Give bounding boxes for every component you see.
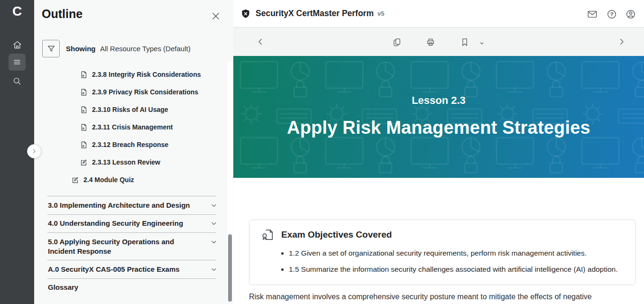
filter-value: All Resource Types (Default) — [100, 45, 191, 53]
outline-scrollbar-thumb[interactable] — [228, 234, 232, 302]
document-icon — [80, 123, 88, 131]
chevron-left-icon — [256, 37, 265, 46]
lesson-number: Lesson 2.3 — [233, 94, 644, 107]
mail-icon — [587, 9, 598, 19]
outline-item[interactable]: 2.3.10 Risks of AI Usage — [80, 104, 168, 115]
outline-item[interactable]: 2.3.12 Breach Response — [80, 139, 168, 150]
mail-button[interactable] — [587, 9, 598, 19]
app-version-badge: v5 — [377, 10, 384, 17]
panel-expand-button[interactable] — [27, 144, 41, 158]
svg-text:?: ? — [610, 11, 614, 17]
bookmark-icon — [460, 37, 469, 47]
chevron-down-icon — [210, 220, 218, 227]
outline-title: Outline — [42, 7, 83, 21]
lesson-paragraph: Risk management involves a comprehensive… — [249, 291, 635, 303]
print-button[interactable] — [426, 37, 435, 47]
outline-section-glossary[interactable]: Glossary — [48, 283, 218, 292]
filter-funnel-icon — [47, 45, 55, 53]
outline-item-label: 2.3.12 Breach Response — [92, 141, 168, 148]
outline-item-label: 2.3.10 Risks of AI Usage — [92, 106, 168, 113]
account-icon — [626, 9, 636, 19]
divider — [47, 232, 216, 233]
outline-section-4[interactable]: 4.0 Understanding Security Engineering — [48, 219, 218, 228]
lesson-banner: Lesson 2.3 Apply Risk Management Strateg… — [233, 56, 644, 178]
outline-section-label: 3.0 Implementing Architecture and Design — [48, 201, 202, 210]
outline-item-label: 2.3.13 Lesson Review — [92, 158, 160, 166]
outline-section-label: 5.0 Applying Security Operations and Inc… — [48, 237, 202, 256]
outline-section-label: 4.0 Understanding Security Engineering — [48, 219, 202, 228]
app-header: SecurityX CertMaster Perform v5 ? — [233, 0, 644, 28]
outline-panel: Outline Showing All Resource Types (Defa… — [34, 0, 233, 304]
outline-menu-button[interactable] — [9, 54, 26, 71]
outline-item-label: 2.3.9 Privacy Risk Considerations — [92, 88, 198, 96]
bookmark-button[interactable] — [460, 37, 469, 47]
previous-page-button[interactable] — [256, 37, 266, 47]
exam-objectives-list: 1.2 Given a set of organizational securi… — [261, 248, 618, 275]
chevron-down-icon — [210, 238, 218, 246]
filter-showing-label: Showing — [66, 45, 96, 53]
help-icon: ? — [607, 9, 617, 19]
document-icon — [80, 141, 88, 149]
outline-item[interactable]: 2.3.9 Privacy Risk Considerations — [80, 86, 198, 98]
exam-objectives-title: Exam Objectives Covered — [281, 230, 392, 240]
outline-menu-icon — [12, 57, 22, 67]
close-icon — [211, 11, 221, 21]
document-icon — [80, 71, 88, 79]
help-button[interactable]: ? — [607, 9, 617, 19]
banner-tech-pattern — [233, 56, 644, 178]
outline-section-5[interactable]: 5.0 Applying Security Operations and Inc… — [48, 237, 218, 256]
exam-objective-item: 1.5 Summarize the information security c… — [289, 264, 618, 275]
outline-item-label: 2.3.11 Crisis Management — [92, 123, 173, 131]
divider — [47, 196, 216, 196]
outline-item[interactable]: 2.3.11 Crisis Management — [80, 121, 173, 133]
outline-close-button[interactable] — [211, 11, 221, 21]
outline-item-label: 2.4 Module Quiz — [83, 176, 134, 184]
lesson-content: Exam Objectives Covered 1.2 Given a set … — [233, 178, 644, 303]
chevron-down-icon — [210, 202, 218, 209]
chevron-right-icon — [31, 148, 37, 154]
lesson-toolbar — [233, 28, 644, 56]
exam-objective-item: 1.2 Given a set of organizational securi… — [289, 248, 618, 258]
certificate-document-icon — [261, 228, 275, 241]
main-area: SecurityX CertMaster Perform v5 ? — [233, 0, 644, 304]
home-icon — [12, 40, 22, 50]
copy-button[interactable] — [392, 37, 402, 47]
bookmark-caret-icon — [478, 40, 485, 46]
shield-logo-icon — [240, 9, 251, 19]
chevron-right-icon — [617, 37, 626, 46]
outline-section-label: Glossary — [48, 283, 202, 292]
copy-icon — [392, 37, 402, 47]
search-icon — [12, 76, 22, 86]
divider — [47, 214, 216, 215]
outline-item-label: 2.3.8 Integrity Risk Considerations — [92, 71, 201, 78]
next-page-button[interactable] — [617, 37, 627, 47]
outline-item[interactable]: 2.4 Module Quiz — [71, 174, 134, 185]
bookmark-menu-button[interactable] — [478, 40, 485, 46]
comptia-logo: C — [0, 4, 34, 19]
lesson-title: Apply Risk Management Strategies — [233, 118, 644, 138]
exam-objectives-box: Exam Objectives Covered 1.2 Given a set … — [249, 220, 635, 285]
divider — [47, 278, 216, 279]
outline-item[interactable]: 2.3.13 Lesson Review — [80, 157, 160, 168]
edit-icon — [80, 158, 88, 166]
app-title: SecurityX CertMaster Perform — [256, 9, 374, 18]
document-icon — [80, 106, 88, 114]
home-button[interactable] — [9, 36, 26, 53]
filter-button[interactable] — [42, 40, 60, 57]
outline-section-3[interactable]: 3.0 Implementing Architecture and Design — [48, 201, 218, 210]
outline-section-a[interactable]: A.0 SecurityX CAS-005 Practice Exams — [48, 265, 218, 274]
outline-item[interactable]: 2.3.8 Integrity Risk Considerations — [80, 69, 201, 80]
account-button[interactable] — [626, 9, 636, 19]
divider — [47, 260, 216, 260]
print-icon — [426, 37, 435, 47]
chevron-down-icon — [210, 266, 218, 273]
document-icon — [80, 88, 88, 96]
edit-icon — [71, 176, 79, 184]
search-button[interactable] — [9, 73, 26, 90]
outline-section-label: A.0 SecurityX CAS-005 Practice Exams — [48, 265, 202, 274]
